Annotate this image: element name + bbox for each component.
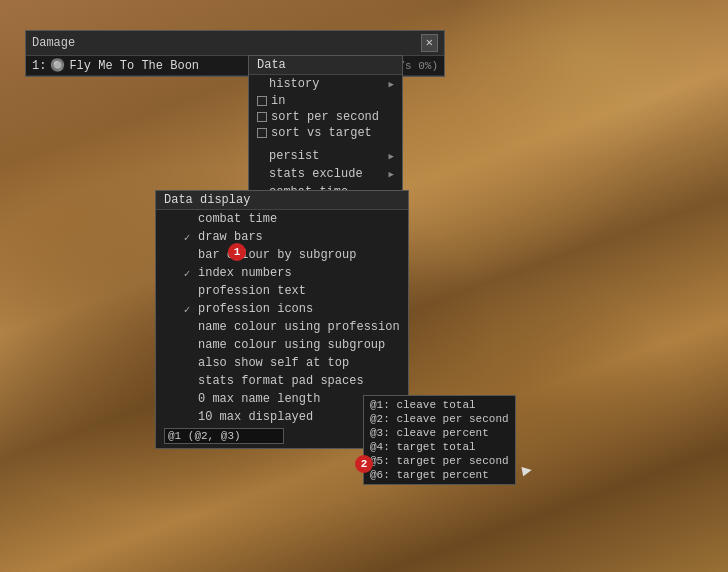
window-title: Damage: [32, 36, 75, 50]
menu-item-stats-exclude[interactable]: stats exclude: [249, 165, 402, 183]
badge-1: 1: [228, 243, 246, 261]
menu-item-sort-per-second[interactable]: sort per second: [249, 109, 402, 125]
stats-tooltip-item-6: @6: target percent: [370, 468, 509, 482]
stats-tooltip-item-1: @1: cleave total: [370, 398, 509, 412]
stats-format-input[interactable]: [164, 428, 284, 444]
sub-item-draw-bars[interactable]: ✓ draw bars: [156, 228, 408, 246]
title-bar: Damage ✕: [26, 31, 444, 56]
check-draw-bars: ✓: [180, 231, 194, 244]
sub-item-name-colour-profession[interactable]: name colour using profession: [156, 318, 408, 336]
entry-icon: 🔘: [50, 58, 65, 73]
stats-tooltip-item-5: @5: target per second: [370, 454, 509, 468]
check-profession-icons: ✓: [180, 303, 194, 316]
menu-item-sort-vs-target[interactable]: sort vs target: [249, 125, 402, 141]
sub-item-bar-colour[interactable]: bar colour by subgroup: [156, 246, 408, 264]
main-menu-header: Data: [249, 56, 402, 75]
data-display-header: Data display: [156, 191, 408, 210]
checkbox-sort-vs-target[interactable]: [257, 128, 267, 138]
entry-number: 1:: [32, 59, 46, 73]
badge-2: 2: [355, 455, 373, 473]
sub-item-index-numbers[interactable]: ✓ index numbers: [156, 264, 408, 282]
sub-item-profession-text[interactable]: profession text: [156, 282, 408, 300]
stats-tooltip-item-2: @2: cleave per second: [370, 412, 509, 426]
close-button[interactable]: ✕: [421, 34, 438, 52]
sub-item-stats-format[interactable]: stats format pad spaces: [156, 372, 408, 390]
entry-name: Fly Me To The Boon: [69, 59, 199, 73]
sub-item-combat-time[interactable]: combat time: [156, 210, 408, 228]
menu-item-persist[interactable]: persist: [249, 147, 402, 165]
checkbox-in[interactable]: [257, 96, 267, 106]
sub-item-profession-icons[interactable]: ✓ profession icons: [156, 300, 408, 318]
menu-item-in[interactable]: in: [249, 93, 402, 109]
checkbox-sort-per-second[interactable]: [257, 112, 267, 122]
check-index-numbers: ✓: [180, 267, 194, 280]
stats-tooltip-popup: @1: cleave total @2: cleave per second @…: [363, 395, 516, 485]
menu-item-history[interactable]: history: [249, 75, 402, 93]
stats-tooltip-item-3: @3: cleave percent: [370, 426, 509, 440]
sub-item-name-colour-subgroup[interactable]: name colour using subgroup: [156, 336, 408, 354]
sub-item-show-self[interactable]: also show self at top: [156, 354, 408, 372]
stats-tooltip-item-4: @4: target total: [370, 440, 509, 454]
